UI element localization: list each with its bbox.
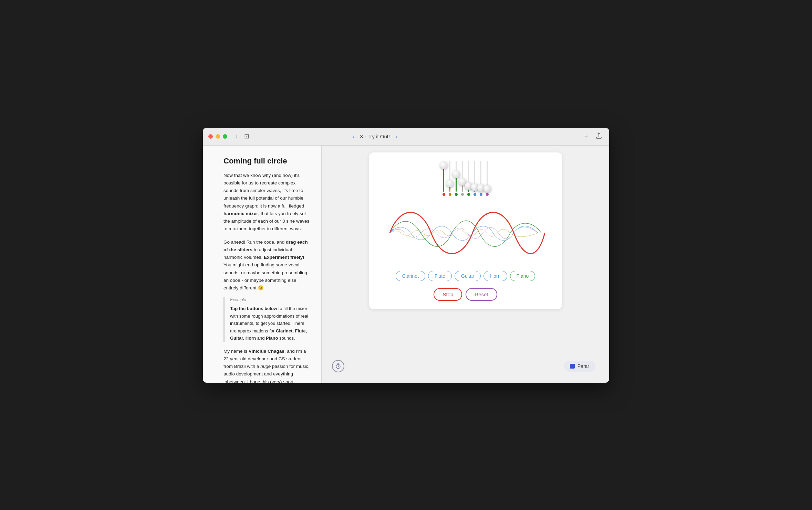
sidebar-toggle-button[interactable]: ⊡ <box>241 131 252 141</box>
slider-track-4[interactable] <box>462 161 463 192</box>
slider-track-6[interactable] <box>474 161 475 192</box>
article-title: Coming full circle <box>223 157 310 166</box>
slider-dot-8 <box>486 193 489 196</box>
bottom-bar: Parar <box>329 360 602 376</box>
interactive-panel: Clarinet Flute Guitar Horn Piano Stop Re… <box>322 146 609 383</box>
paragraph-3: My name is Vinicius Chagas, and I'm a 22… <box>223 348 310 383</box>
slider-dot-2 <box>449 193 451 196</box>
slider-dot-7 <box>480 193 482 196</box>
slider-track-7[interactable] <box>480 161 481 192</box>
minimize-button[interactable] <box>216 134 220 139</box>
slider-thumb-2[interactable] <box>446 180 454 187</box>
share-button[interactable] <box>594 131 604 142</box>
sliders-area <box>439 161 492 202</box>
reset-button[interactable]: Reset <box>466 288 497 301</box>
maximize-button[interactable] <box>223 134 227 139</box>
horn-button[interactable]: Horn <box>483 271 507 281</box>
waveform-svg <box>377 202 554 264</box>
piano-button[interactable]: Piano <box>510 271 535 281</box>
guitar-button[interactable]: Guitar <box>455 271 481 281</box>
instrument-buttons: Clarinet Flute Guitar Horn Piano <box>396 271 535 281</box>
slider-thumb-1[interactable] <box>440 161 448 169</box>
bottom-left <box>332 360 344 372</box>
clarinet-button[interactable]: Clarinet <box>396 271 425 281</box>
back-button[interactable]: ‹ <box>233 132 240 141</box>
flute-button[interactable]: Flute <box>428 271 452 281</box>
slider-thumb-3[interactable] <box>452 170 460 178</box>
page-title: 3 - Try it Out! <box>360 134 390 139</box>
paragraph-2: Go ahead! Run the code, and drag each of… <box>223 238 310 292</box>
slider-1[interactable] <box>443 161 445 202</box>
slider-track-8[interactable] <box>487 161 488 192</box>
slider-7[interactable] <box>480 161 482 202</box>
main-content: Coming full circle Now that we know why … <box>203 146 609 383</box>
slider-3[interactable] <box>455 161 458 202</box>
paragraph-1: Now that we know why (and how) it's poss… <box>223 172 310 233</box>
add-button[interactable]: + <box>582 131 590 142</box>
article-body: Now that we know why (and how) it's poss… <box>223 172 310 383</box>
traffic-lights <box>208 134 227 139</box>
slider-dot-6 <box>473 193 476 196</box>
titlebar-actions: + <box>582 131 604 142</box>
slider-4[interactable] <box>461 161 464 202</box>
parar-label: Parar <box>577 363 589 369</box>
slider-dot-4 <box>461 193 464 196</box>
slider-8[interactable] <box>486 161 489 202</box>
control-buttons: Stop Reset <box>434 288 497 301</box>
slider-dot-5 <box>467 193 470 196</box>
slider-thumb-8[interactable] <box>483 185 491 192</box>
slider-track-2[interactable] <box>449 161 450 192</box>
slider-dot-3 <box>455 193 458 196</box>
page-navigation: ‹ 3 - Try it Out! › <box>350 132 399 141</box>
widget-card: Clarinet Flute Guitar Horn Piano Stop Re… <box>369 152 562 309</box>
slider-track-1[interactable] <box>443 161 444 192</box>
timer-button[interactable] <box>332 360 344 372</box>
next-page-button[interactable]: › <box>393 132 399 141</box>
waveform-display <box>377 202 554 264</box>
timer-icon <box>335 363 341 369</box>
stop-button[interactable]: Stop <box>434 288 462 301</box>
example-text: Tap the buttons below to fill the mixer … <box>230 305 310 342</box>
slider-2[interactable] <box>449 161 451 202</box>
prev-page-button[interactable]: ‹ <box>350 132 356 141</box>
slider-track-3[interactable] <box>456 161 457 192</box>
slider-dot-1 <box>443 193 445 196</box>
example-label: Exemplo <box>230 297 310 302</box>
app-window: ‹ ⊡ ‹ 3 - Try it Out! › + Coming full ci… <box>203 128 609 383</box>
parar-button[interactable]: Parar <box>564 361 595 372</box>
slider-6[interactable] <box>473 161 476 202</box>
example-block: Exemplo Tap the buttons below to fill th… <box>223 297 310 342</box>
close-button[interactable] <box>208 134 213 139</box>
slider-track-5[interactable] <box>468 161 469 192</box>
article-panel: Coming full circle Now that we know why … <box>203 146 322 383</box>
titlebar: ‹ ⊡ ‹ 3 - Try it Out! › + <box>203 128 609 146</box>
slider-5[interactable] <box>467 161 470 202</box>
stop-icon <box>570 364 575 369</box>
